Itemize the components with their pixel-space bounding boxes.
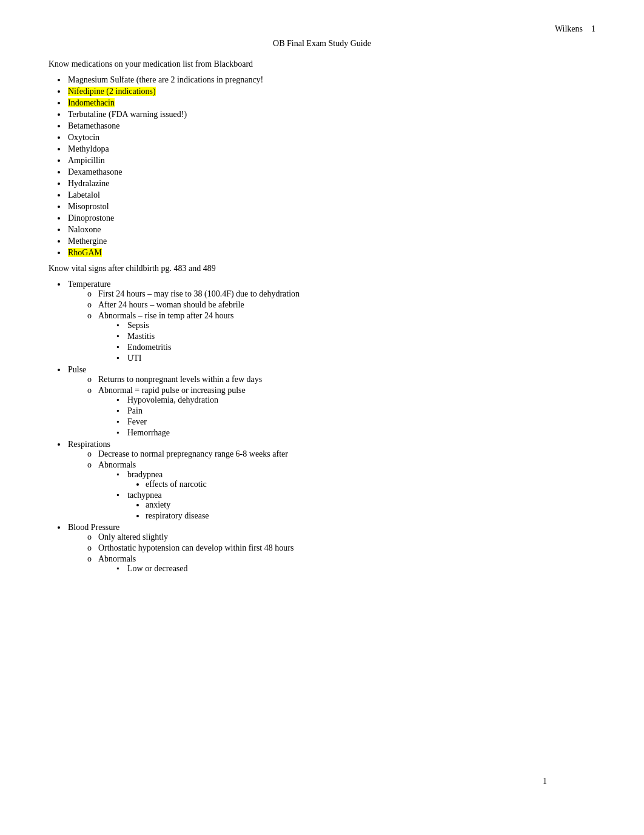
- medication-text: Dexamethasone: [68, 167, 122, 176]
- category-name: Blood Pressure: [68, 523, 119, 532]
- list-item: Abnormals bradypnea effects of narcotic …: [86, 460, 595, 521]
- vital-signs-list: Temperature First 24 hours – may rise to…: [67, 280, 595, 574]
- list-item: Pain: [116, 406, 595, 416]
- list-item: Mastitis: [116, 332, 595, 341]
- medication-text: Nifedipine (2 indications): [68, 87, 156, 96]
- list-item: Hypovolemia, dehydration: [116, 395, 595, 405]
- medication-text: Betamethasone: [68, 121, 120, 130]
- category-name: Temperature: [68, 280, 111, 289]
- medication-text: Ampicillin: [68, 156, 105, 165]
- page-header-right: Wilkens 1: [555, 24, 595, 34]
- medication-text: Dinoprostone: [68, 213, 114, 223]
- list-item-respirations: Respirations Decrease to normal prepregn…: [67, 440, 595, 521]
- list-item: Endometritis: [116, 343, 595, 352]
- medication-text: Labetalol: [68, 190, 100, 200]
- section2-heading: Know vital signs after childbirth pg. 48…: [49, 264, 595, 273]
- category-name: Respirations: [68, 440, 110, 449]
- medication-text: Methergine: [68, 236, 107, 246]
- pulse-details: Returns to nonpregnant levels within a f…: [86, 375, 595, 438]
- list-item: First 24 hours – may rise to 38 (100.4F)…: [86, 289, 595, 299]
- list-item-blood-pressure: Blood Pressure Only altered slightly Ort…: [67, 523, 595, 574]
- list-item-pulse: Pulse Returns to nonpregnant levels with…: [67, 365, 595, 438]
- list-item: Orthostatic hypotension can develop with…: [86, 543, 595, 553]
- list-item: Dinoprostone: [67, 213, 595, 223]
- list-item: Labetalol: [67, 190, 595, 200]
- respirations-abnormals: bradypnea effects of narcotic tachypnea …: [116, 470, 595, 521]
- list-item: Oxytocin: [67, 133, 595, 143]
- list-item-bradypnea: bradypnea effects of narcotic: [116, 470, 595, 489]
- page-number-header: 1: [591, 24, 595, 33]
- list-item: Terbutaline (FDA warning issued!): [67, 110, 595, 119]
- list-item: Methyldopa: [67, 144, 595, 154]
- list-item: Betamethasone: [67, 121, 595, 131]
- author-name: Wilkens: [555, 24, 583, 33]
- medication-text: RhoGAM: [68, 248, 102, 257]
- respirations-details: Decrease to normal prepregnancy range 6-…: [86, 449, 595, 521]
- category-name: Pulse: [68, 365, 86, 374]
- list-item: After 24 hours – woman should be afebril…: [86, 300, 595, 310]
- medication-text: Indomethacin: [68, 98, 115, 107]
- medication-text: Naloxone: [68, 225, 101, 234]
- list-item: UTI: [116, 354, 595, 363]
- list-item: Naloxone: [67, 225, 595, 235]
- temperature-details: First 24 hours – may rise to 38 (100.4F)…: [86, 289, 595, 363]
- medication-text: Oxytocin: [68, 133, 99, 142]
- list-item: Sepsis: [116, 321, 595, 330]
- medication-text: Terbutaline (FDA warning issued!): [68, 110, 187, 119]
- list-item: Fever: [116, 417, 595, 427]
- list-item-low-or-decreased: Low or decreased: [116, 564, 595, 574]
- list-item: anxiety: [146, 500, 595, 510]
- page-number-bottom: 1: [543, 777, 547, 786]
- list-item: Abnormals – rise in temp after 24 hours …: [86, 311, 595, 363]
- list-item: effects of narcotic: [146, 480, 595, 489]
- list-item: Hydralazine: [67, 179, 595, 189]
- list-item: Returns to nonpregnant levels within a f…: [86, 375, 595, 384]
- list-item: Nifedipine (2 indications): [67, 87, 595, 96]
- pulse-abnormals: Hypovolemia, dehydration Pain Fever Hemo…: [116, 395, 595, 438]
- list-item: Hemorrhage: [116, 428, 595, 438]
- medication-text: Methyldopa: [68, 144, 109, 153]
- list-item-temperature: Temperature First 24 hours – may rise to…: [67, 280, 595, 363]
- list-item-tachypnea: tachypnea anxiety respiratory disease: [116, 491, 595, 521]
- list-item: Misoprostol: [67, 202, 595, 212]
- medication-text: Hydralazine: [68, 179, 109, 188]
- list-item: Dexamethasone: [67, 167, 595, 177]
- list-item: Indomethacin: [67, 98, 595, 108]
- list-item: Abnormal = rapid pulse or increasing pul…: [86, 386, 595, 438]
- list-item: RhoGAM: [67, 248, 595, 258]
- list-item: Ampicillin: [67, 156, 595, 166]
- list-item: Magnesium Sulfate (there are 2 indicatio…: [67, 75, 595, 85]
- list-item: Abnormals Low or decreased: [86, 554, 595, 574]
- medication-text: Misoprostol: [68, 202, 109, 211]
- tachypnea-causes: anxiety respiratory disease: [146, 500, 595, 521]
- bradypnea-causes: effects of narcotic: [146, 480, 595, 489]
- bp-abnormals: Low or decreased: [116, 564, 595, 574]
- section1-heading: Know medications on your medication list…: [49, 59, 595, 69]
- page-title: OB Final Exam Study Guide: [49, 39, 595, 49]
- medications-list: Magnesium Sulfate (there are 2 indicatio…: [67, 75, 595, 258]
- temperature-abnormals: Sepsis Mastitis Endometritis UTI: [116, 321, 595, 363]
- list-item: Decrease to normal prepregnancy range 6-…: [86, 449, 595, 459]
- bp-details: Only altered slightly Orthostatic hypote…: [86, 532, 595, 574]
- list-item: Only altered slightly: [86, 532, 595, 542]
- list-item: Methergine: [67, 236, 595, 246]
- medication-text: Magnesium Sulfate (there are 2 indicatio…: [68, 75, 263, 84]
- list-item: respiratory disease: [146, 511, 595, 521]
